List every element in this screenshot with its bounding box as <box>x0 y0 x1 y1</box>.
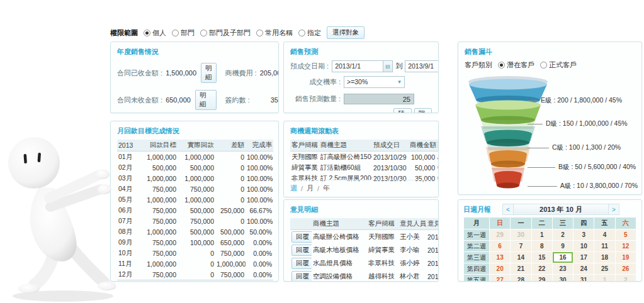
col-sat: 六 <box>616 218 636 229</box>
day-cell[interactable]: 25 <box>594 263 614 274</box>
next-month-button[interactable]: > <box>608 204 619 214</box>
day-cell[interactable]: 6 <box>490 241 510 251</box>
radio-icon[interactable] <box>498 62 505 69</box>
radio-icon[interactable] <box>172 30 179 36</box>
radio-common-names[interactable]: 常用名稱 <box>256 28 293 38</box>
day-cell[interactable]: 7 <box>511 241 531 251</box>
day-cell[interactable]: 30 <box>511 229 531 240</box>
day-cell[interactable]: 2 <box>553 229 573 240</box>
radio-label: 潛在客戶 <box>507 60 534 70</box>
sales-forecast-panel: 銷售預測 預成交日期 : 2013/1/1 ▤ 到 2013/9/1 ▤ 成交機… <box>283 41 439 113</box>
select-target-button[interactable]: 選擇對象 <box>327 26 364 39</box>
day-cell-selected[interactable]: 16 <box>553 252 573 263</box>
table-row: 07月 750,000 750,000 0 100.00% <box>117 216 273 226</box>
radio-icon[interactable] <box>200 30 207 36</box>
day-cell[interactable]: 5 <box>616 229 636 240</box>
detail-button[interactable]: 明細 <box>414 108 432 113</box>
date-to-field[interactable]: 2013/9/1 ▤ <box>405 60 439 72</box>
chevron-down-icon[interactable]: ▼ <box>395 77 404 87</box>
day-cell[interactable]: 29 <box>490 229 510 240</box>
radio-icon[interactable] <box>256 30 263 36</box>
day-cell[interactable]: 19 <box>616 252 636 263</box>
detail-button[interactable]: 明細 <box>195 90 217 110</box>
day-cell[interactable]: 18 <box>594 252 614 263</box>
radio-icon[interactable] <box>298 30 305 36</box>
radio-icon[interactable] <box>540 62 547 69</box>
tab-month[interactable]: 月 <box>307 184 314 193</box>
reply-button[interactable]: 回覆 <box>291 258 312 269</box>
detail-button[interactable]: 明細 <box>201 63 217 83</box>
radio-label: 常用名稱 <box>265 28 293 38</box>
day-cell[interactable]: 26 <box>616 263 636 274</box>
panel-title: 銷售漏斗 <box>465 47 635 57</box>
day-cell[interactable]: 28 <box>511 275 531 282</box>
tab-year[interactable]: 年 <box>323 184 330 193</box>
calendar-nav: < 2013 年 10 月 > <box>502 204 619 215</box>
cell-month: 04月 <box>117 184 140 194</box>
dashboard: 權限範圍 個人 部門 部門及子部門 常用名稱 指定 選擇對象 年度銷售情況 <box>0 0 644 303</box>
table-row: 緯貿事業 訂活動櫃60組 2013/10/30 50,000 C級 <box>290 162 439 173</box>
day-cell[interactable]: 8 <box>532 241 552 251</box>
day-cell[interactable]: 3 <box>573 229 594 240</box>
day-cell[interactable]: 9 <box>553 241 573 251</box>
table-row: 06月 750,000 500,000 250,000 66.67% <box>117 205 273 216</box>
reply-button[interactable]: 回覆 <box>291 271 312 282</box>
date-from-value[interactable]: 2013/1/1 <box>332 61 383 72</box>
forecast-qty-row: 銷售預測數量 : 25 <box>290 94 432 104</box>
cell-target: 750,000 <box>140 205 178 216</box>
cell-grade: C級 <box>436 162 439 173</box>
day-cell[interactable]: 20 <box>490 263 510 274</box>
radio-personal[interactable]: 個人 <box>144 28 166 38</box>
cell-month: 10月 <box>117 248 140 258</box>
col-diff: 差額 <box>215 140 246 152</box>
radio-label: 部門及子部門 <box>209 28 251 38</box>
radio-department-sub[interactable]: 部門及子部門 <box>200 28 251 38</box>
day-cell[interactable]: 21 <box>511 263 531 274</box>
day-cell[interactable]: 1 <box>532 229 552 240</box>
day-cell[interactable]: 13 <box>490 252 510 263</box>
cell-date: 2013/10/15 <box>426 230 439 244</box>
cell-close-date: 2013/10/29 <box>372 152 409 163</box>
date-picker-icon[interactable]: ▤ <box>383 61 392 72</box>
day-cell[interactable]: 23 <box>553 263 573 274</box>
cell-actual: 500,000 <box>178 162 215 173</box>
day-cell[interactable]: 30 <box>553 275 573 282</box>
sales-funnel-panel: 銷售漏斗 客戶類別 潛在客戶 正式客戶 <box>458 41 642 195</box>
day-cell[interactable]: 31 <box>573 275 594 282</box>
cell-month: 07月 <box>117 216 140 226</box>
tab-week[interactable]: 週 <box>290 184 297 193</box>
amount-field: 5,350,000 <box>339 113 390 114</box>
date-from-field[interactable]: 2013/1/1 ▤ <box>332 60 393 72</box>
radio-potential-customer[interactable]: 潛在客戶 <box>498 60 534 70</box>
radio-formal-customer[interactable]: 正式客戶 <box>540 60 577 70</box>
predict-button[interactable]: 預測 <box>393 108 411 113</box>
annual-metric: 商機費用 : 205,000 明細 <box>225 63 279 83</box>
reply-button[interactable]: 回覆 <box>291 245 312 256</box>
day-cell[interactable]: 4 <box>594 229 614 240</box>
probability-value[interactable]: >=30% <box>344 77 395 87</box>
radio-specified[interactable]: 指定 <box>298 28 321 38</box>
day-cell[interactable]: 1 <box>594 275 614 282</box>
day-cell[interactable]: 27 <box>490 275 510 282</box>
prev-month-button[interactable]: < <box>503 204 514 214</box>
day-cell[interactable]: 29 <box>532 275 552 282</box>
day-cell[interactable]: 22 <box>532 263 552 274</box>
date-to-value[interactable]: 2013/9/1 <box>405 61 439 72</box>
day-cell[interactable]: 10 <box>573 241 594 251</box>
panel-title: 年度銷售情況 <box>117 47 272 57</box>
radio-icon[interactable] <box>144 30 150 36</box>
day-cell[interactable]: 24 <box>573 263 594 274</box>
day-cell[interactable]: 17 <box>573 252 594 263</box>
reply-button[interactable]: 回覆 <box>291 231 312 243</box>
day-cell[interactable]: 11 <box>594 241 614 251</box>
calendar-week-row: 第二週 6 7 8 9 10 11 12 <box>464 241 636 251</box>
day-cell[interactable]: 15 <box>532 252 552 263</box>
col-topic: 商機主題 <box>319 140 372 152</box>
qty-label: 銷售預測數量 : <box>290 94 341 104</box>
radio-department[interactable]: 部門 <box>172 28 195 38</box>
probability-select[interactable]: >=30% ▼ <box>344 76 405 88</box>
day-cell[interactable]: 12 <box>616 241 636 251</box>
day-cell[interactable]: 2 <box>616 275 636 282</box>
cell-topic: 空調設備價格 <box>312 270 367 282</box>
day-cell[interactable]: 14 <box>511 252 531 263</box>
